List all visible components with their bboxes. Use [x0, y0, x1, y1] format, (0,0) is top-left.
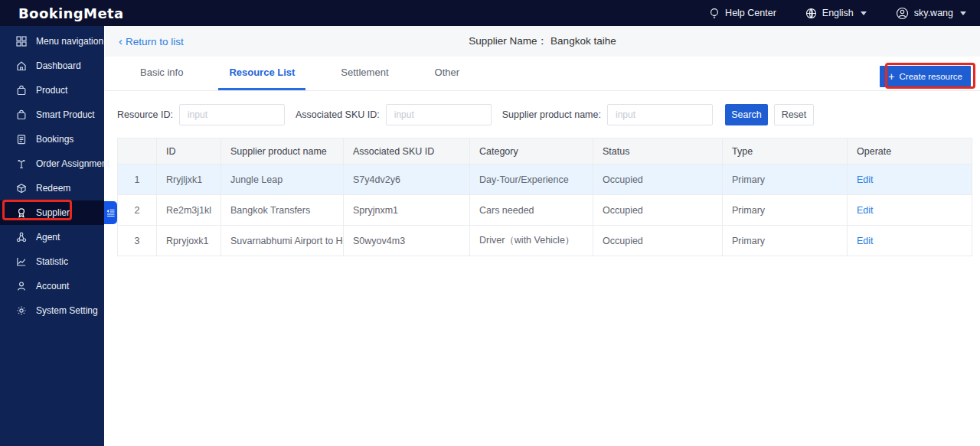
page-header: ‹ Return to list Supplier Name：Bangkok t… — [105, 26, 980, 57]
cell-type: Primary — [723, 226, 848, 256]
search-button[interactable]: Search — [725, 104, 768, 125]
chevron-left-icon: ‹ — [119, 35, 122, 47]
username-label: sky.wang — [914, 8, 953, 18]
gift-icon — [16, 183, 27, 194]
status-badge: Occupied — [593, 226, 723, 256]
table-row: 2 Re2m3j1kl Bangkok Transfers Spryjnxm1 … — [118, 195, 972, 226]
sidebar-item-label: Statistic — [36, 256, 68, 267]
sidebar-item-dashboard[interactable]: Dashboard — [0, 54, 104, 78]
create-resource-wrap: + Create resource — [880, 66, 971, 87]
sidebar-item-bookings[interactable]: Bookings — [0, 127, 104, 151]
resource-table: ID Supplier product name Associated SKU … — [117, 138, 972, 256]
sidebar-item-system-setting[interactable]: System Setting — [0, 298, 104, 323]
help-center-menu[interactable]: Help Center — [709, 8, 776, 19]
sidebar-item-label: Redeem — [36, 183, 70, 194]
col-header-type: Type — [723, 138, 848, 164]
top-bar: BookingMeta Help Center English — [0, 0, 980, 26]
bag-icon — [16, 109, 27, 120]
language-menu[interactable]: English — [805, 8, 867, 19]
cell-sku: Spryjnxm1 — [344, 195, 470, 226]
sidebar-item-label: Supplier — [36, 207, 70, 218]
user-icon — [16, 281, 27, 291]
plus-icon: + — [888, 71, 894, 82]
sidebar-item-account[interactable]: Account — [0, 274, 104, 298]
table-row: 1 Rryjljxk1 Jungle Leap S7y4dv2y6 Day-To… — [118, 164, 972, 195]
app-logo: BookingMeta — [18, 5, 124, 21]
cell-id: Rryjljxk1 — [157, 164, 221, 195]
tab-resource-list[interactable]: Resource List — [218, 57, 305, 90]
sidebar-item-label: Order Assignment — [36, 158, 109, 169]
chevron-down-icon — [861, 11, 867, 15]
sidebar-item-menu-navigation[interactable]: Menu navigation — [0, 29, 104, 54]
table-row: 3 Rpryjoxk1 Suvarnabhumi Airport to Hote… — [118, 226, 972, 256]
menu-fold-icon — [106, 209, 115, 217]
status-badge: Occupied — [593, 195, 723, 226]
tabs-bar: Basic info Resource List Settlement Othe… — [105, 57, 980, 91]
sidebar-item-label: Agent — [36, 232, 60, 243]
cell-id: Rpryjoxk1 — [157, 226, 221, 256]
cell-category: Cars needed — [470, 195, 593, 226]
edit-link[interactable]: Edit — [857, 174, 874, 185]
cell-type: Primary — [723, 195, 848, 226]
user-menu[interactable]: sky.wang — [896, 7, 966, 20]
gear-icon — [16, 305, 27, 316]
tab-basic-info[interactable]: Basic info — [129, 57, 194, 90]
document-icon — [16, 134, 27, 145]
resource-id-input[interactable] — [179, 104, 285, 125]
sidebar-item-supplier[interactable]: Supplier — [0, 200, 104, 225]
tab-settlement[interactable]: Settlement — [330, 57, 399, 90]
branch-icon — [16, 158, 27, 169]
associated-sku-input[interactable] — [386, 104, 492, 125]
reset-button[interactable]: Reset — [774, 104, 814, 125]
cell-type: Primary — [723, 164, 848, 195]
status-badge: Occupied — [593, 164, 723, 195]
filter-bar: Resource ID: Associated SKU ID: Supplier… — [117, 104, 814, 125]
tab-other[interactable]: Other — [424, 57, 471, 90]
edit-link[interactable]: Edit — [857, 236, 874, 246]
home-icon — [16, 60, 27, 71]
sidebar-item-redeem[interactable]: Redeem — [0, 176, 104, 200]
return-to-list-link[interactable]: ‹ Return to list — [119, 36, 184, 47]
col-header-operate: Operate — [848, 138, 972, 164]
supplier-product-label: Supplier product name: — [502, 109, 601, 120]
row-index: 3 — [118, 226, 157, 256]
sidebar-item-smart-product[interactable]: Smart Product — [0, 103, 104, 127]
col-header-status: Status — [593, 138, 723, 164]
col-header-index — [118, 138, 157, 164]
sidebar-item-label: Dashboard — [36, 60, 81, 71]
cell-category: Day-Tour/Experience — [470, 164, 593, 195]
sidebar-item-label: Menu navigation — [36, 36, 103, 47]
submenu-expand-handle[interactable] — [104, 201, 117, 224]
create-resource-button[interactable]: + Create resource — [880, 66, 971, 87]
supplier-name-label: Supplier Name： — [469, 35, 547, 47]
sidebar-item-statistic[interactable]: Statistic — [0, 249, 104, 274]
sidebar-item-agent[interactable]: Agent — [0, 225, 104, 249]
supplier-product-input[interactable] — [607, 104, 713, 125]
medal-icon — [16, 207, 27, 218]
help-center-label: Help Center — [725, 8, 776, 18]
lightbulb-icon — [709, 8, 720, 19]
col-header-id: ID — [157, 138, 221, 164]
main-content: Basic info Resource List Settlement Othe… — [105, 57, 980, 446]
avatar-icon — [896, 7, 909, 20]
sidebar-item-product[interactable]: Product — [0, 78, 104, 103]
sidebar-item-label: Product — [36, 85, 67, 96]
network-icon — [16, 232, 27, 243]
cell-name: Suvarnabhumi Airport to Hotel... — [221, 226, 344, 256]
sidebar: Menu navigation Dashboard Product Smart … — [0, 26, 104, 446]
language-label: English — [822, 8, 854, 18]
sidebar-item-order-assignment[interactable]: Order Assignment — [0, 151, 104, 176]
col-header-sku: Associated SKU ID — [344, 138, 470, 164]
table-header-row: ID Supplier product name Associated SKU … — [118, 138, 972, 164]
topbar-actions: Help Center English sky.wang — [709, 7, 966, 20]
row-index: 1 — [118, 164, 157, 195]
bag-icon — [16, 85, 27, 96]
row-index: 2 — [118, 195, 157, 226]
supplier-name-value: Bangkok taihe — [550, 35, 616, 47]
chevron-down-icon — [960, 11, 966, 15]
col-header-name: Supplier product name — [221, 138, 344, 164]
grid-icon — [16, 36, 27, 47]
sidebar-item-label: Bookings — [36, 134, 74, 145]
associated-sku-label: Associated SKU ID: — [296, 109, 380, 120]
edit-link[interactable]: Edit — [857, 205, 874, 216]
